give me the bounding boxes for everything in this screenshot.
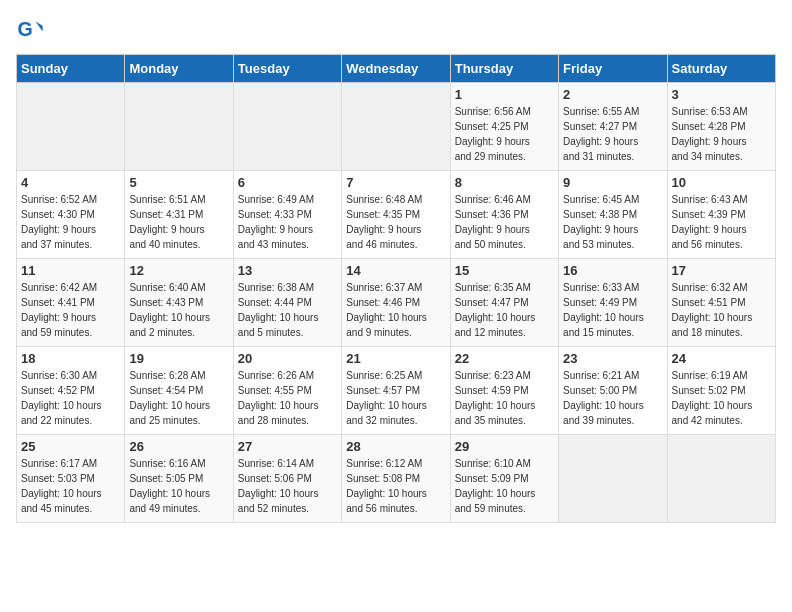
calendar-cell: 9Sunrise: 6:45 AM Sunset: 4:38 PM Daylig… xyxy=(559,171,667,259)
calendar-cell xyxy=(559,435,667,523)
col-header-saturday: Saturday xyxy=(667,55,775,83)
calendar-cell: 10Sunrise: 6:43 AM Sunset: 4:39 PM Dayli… xyxy=(667,171,775,259)
day-info: Sunrise: 6:49 AM Sunset: 4:33 PM Dayligh… xyxy=(238,192,337,252)
day-number: 5 xyxy=(129,175,228,190)
calendar-cell: 11Sunrise: 6:42 AM Sunset: 4:41 PM Dayli… xyxy=(17,259,125,347)
day-number: 20 xyxy=(238,351,337,366)
calendar-cell: 13Sunrise: 6:38 AM Sunset: 4:44 PM Dayli… xyxy=(233,259,341,347)
col-header-friday: Friday xyxy=(559,55,667,83)
day-info: Sunrise: 6:51 AM Sunset: 4:31 PM Dayligh… xyxy=(129,192,228,252)
calendar-cell xyxy=(233,83,341,171)
col-header-monday: Monday xyxy=(125,55,233,83)
day-number: 23 xyxy=(563,351,662,366)
day-info: Sunrise: 6:38 AM Sunset: 4:44 PM Dayligh… xyxy=(238,280,337,340)
calendar-cell xyxy=(667,435,775,523)
calendar-cell: 5Sunrise: 6:51 AM Sunset: 4:31 PM Daylig… xyxy=(125,171,233,259)
day-number: 14 xyxy=(346,263,445,278)
day-number: 8 xyxy=(455,175,554,190)
calendar-cell: 4Sunrise: 6:52 AM Sunset: 4:30 PM Daylig… xyxy=(17,171,125,259)
calendar-cell: 6Sunrise: 6:49 AM Sunset: 4:33 PM Daylig… xyxy=(233,171,341,259)
calendar-cell: 3Sunrise: 6:53 AM Sunset: 4:28 PM Daylig… xyxy=(667,83,775,171)
day-info: Sunrise: 6:40 AM Sunset: 4:43 PM Dayligh… xyxy=(129,280,228,340)
day-info: Sunrise: 6:53 AM Sunset: 4:28 PM Dayligh… xyxy=(672,104,771,164)
day-info: Sunrise: 6:16 AM Sunset: 5:05 PM Dayligh… xyxy=(129,456,228,516)
day-number: 9 xyxy=(563,175,662,190)
day-info: Sunrise: 6:32 AM Sunset: 4:51 PM Dayligh… xyxy=(672,280,771,340)
calendar-cell: 19Sunrise: 6:28 AM Sunset: 4:54 PM Dayli… xyxy=(125,347,233,435)
calendar-cell: 27Sunrise: 6:14 AM Sunset: 5:06 PM Dayli… xyxy=(233,435,341,523)
day-info: Sunrise: 6:55 AM Sunset: 4:27 PM Dayligh… xyxy=(563,104,662,164)
day-info: Sunrise: 6:10 AM Sunset: 5:09 PM Dayligh… xyxy=(455,456,554,516)
calendar-cell: 24Sunrise: 6:19 AM Sunset: 5:02 PM Dayli… xyxy=(667,347,775,435)
day-info: Sunrise: 6:12 AM Sunset: 5:08 PM Dayligh… xyxy=(346,456,445,516)
day-info: Sunrise: 6:23 AM Sunset: 4:59 PM Dayligh… xyxy=(455,368,554,428)
day-info: Sunrise: 6:30 AM Sunset: 4:52 PM Dayligh… xyxy=(21,368,120,428)
day-number: 12 xyxy=(129,263,228,278)
calendar-week-row: 1Sunrise: 6:56 AM Sunset: 4:25 PM Daylig… xyxy=(17,83,776,171)
calendar-cell: 2Sunrise: 6:55 AM Sunset: 4:27 PM Daylig… xyxy=(559,83,667,171)
calendar-cell xyxy=(342,83,450,171)
day-info: Sunrise: 6:28 AM Sunset: 4:54 PM Dayligh… xyxy=(129,368,228,428)
day-number: 26 xyxy=(129,439,228,454)
day-number: 10 xyxy=(672,175,771,190)
page-header: G xyxy=(16,16,776,44)
calendar-cell: 1Sunrise: 6:56 AM Sunset: 4:25 PM Daylig… xyxy=(450,83,558,171)
day-number: 13 xyxy=(238,263,337,278)
day-info: Sunrise: 6:42 AM Sunset: 4:41 PM Dayligh… xyxy=(21,280,120,340)
svg-marker-1 xyxy=(36,22,43,32)
calendar-cell: 12Sunrise: 6:40 AM Sunset: 4:43 PM Dayli… xyxy=(125,259,233,347)
calendar-body: 1Sunrise: 6:56 AM Sunset: 4:25 PM Daylig… xyxy=(17,83,776,523)
calendar-cell: 7Sunrise: 6:48 AM Sunset: 4:35 PM Daylig… xyxy=(342,171,450,259)
calendar-cell: 26Sunrise: 6:16 AM Sunset: 5:05 PM Dayli… xyxy=(125,435,233,523)
day-number: 18 xyxy=(21,351,120,366)
col-header-sunday: Sunday xyxy=(17,55,125,83)
calendar-week-row: 11Sunrise: 6:42 AM Sunset: 4:41 PM Dayli… xyxy=(17,259,776,347)
calendar-cell: 15Sunrise: 6:35 AM Sunset: 4:47 PM Dayli… xyxy=(450,259,558,347)
day-info: Sunrise: 6:37 AM Sunset: 4:46 PM Dayligh… xyxy=(346,280,445,340)
svg-text:G: G xyxy=(17,18,32,40)
day-info: Sunrise: 6:52 AM Sunset: 4:30 PM Dayligh… xyxy=(21,192,120,252)
day-number: 25 xyxy=(21,439,120,454)
calendar-week-row: 18Sunrise: 6:30 AM Sunset: 4:52 PM Dayli… xyxy=(17,347,776,435)
col-header-thursday: Thursday xyxy=(450,55,558,83)
logo-icon: G xyxy=(16,16,44,44)
day-info: Sunrise: 6:14 AM Sunset: 5:06 PM Dayligh… xyxy=(238,456,337,516)
day-info: Sunrise: 6:26 AM Sunset: 4:55 PM Dayligh… xyxy=(238,368,337,428)
calendar-cell: 20Sunrise: 6:26 AM Sunset: 4:55 PM Dayli… xyxy=(233,347,341,435)
calendar-header-row: SundayMondayTuesdayWednesdayThursdayFrid… xyxy=(17,55,776,83)
day-info: Sunrise: 6:35 AM Sunset: 4:47 PM Dayligh… xyxy=(455,280,554,340)
day-info: Sunrise: 6:19 AM Sunset: 5:02 PM Dayligh… xyxy=(672,368,771,428)
calendar-cell: 17Sunrise: 6:32 AM Sunset: 4:51 PM Dayli… xyxy=(667,259,775,347)
day-number: 24 xyxy=(672,351,771,366)
day-info: Sunrise: 6:25 AM Sunset: 4:57 PM Dayligh… xyxy=(346,368,445,428)
col-header-wednesday: Wednesday xyxy=(342,55,450,83)
calendar-cell xyxy=(125,83,233,171)
day-number: 4 xyxy=(21,175,120,190)
calendar-cell xyxy=(17,83,125,171)
calendar-cell: 22Sunrise: 6:23 AM Sunset: 4:59 PM Dayli… xyxy=(450,347,558,435)
day-number: 1 xyxy=(455,87,554,102)
day-number: 19 xyxy=(129,351,228,366)
day-number: 21 xyxy=(346,351,445,366)
day-number: 29 xyxy=(455,439,554,454)
calendar-week-row: 25Sunrise: 6:17 AM Sunset: 5:03 PM Dayli… xyxy=(17,435,776,523)
calendar-cell: 8Sunrise: 6:46 AM Sunset: 4:36 PM Daylig… xyxy=(450,171,558,259)
day-number: 15 xyxy=(455,263,554,278)
calendar-cell: 23Sunrise: 6:21 AM Sunset: 5:00 PM Dayli… xyxy=(559,347,667,435)
day-info: Sunrise: 6:46 AM Sunset: 4:36 PM Dayligh… xyxy=(455,192,554,252)
day-number: 28 xyxy=(346,439,445,454)
day-info: Sunrise: 6:48 AM Sunset: 4:35 PM Dayligh… xyxy=(346,192,445,252)
day-info: Sunrise: 6:33 AM Sunset: 4:49 PM Dayligh… xyxy=(563,280,662,340)
day-number: 22 xyxy=(455,351,554,366)
day-number: 7 xyxy=(346,175,445,190)
calendar-cell: 21Sunrise: 6:25 AM Sunset: 4:57 PM Dayli… xyxy=(342,347,450,435)
calendar-cell: 25Sunrise: 6:17 AM Sunset: 5:03 PM Dayli… xyxy=(17,435,125,523)
calendar-week-row: 4Sunrise: 6:52 AM Sunset: 4:30 PM Daylig… xyxy=(17,171,776,259)
day-info: Sunrise: 6:17 AM Sunset: 5:03 PM Dayligh… xyxy=(21,456,120,516)
day-number: 17 xyxy=(672,263,771,278)
day-number: 3 xyxy=(672,87,771,102)
calendar-cell: 18Sunrise: 6:30 AM Sunset: 4:52 PM Dayli… xyxy=(17,347,125,435)
day-info: Sunrise: 6:45 AM Sunset: 4:38 PM Dayligh… xyxy=(563,192,662,252)
calendar-cell: 14Sunrise: 6:37 AM Sunset: 4:46 PM Dayli… xyxy=(342,259,450,347)
day-number: 11 xyxy=(21,263,120,278)
